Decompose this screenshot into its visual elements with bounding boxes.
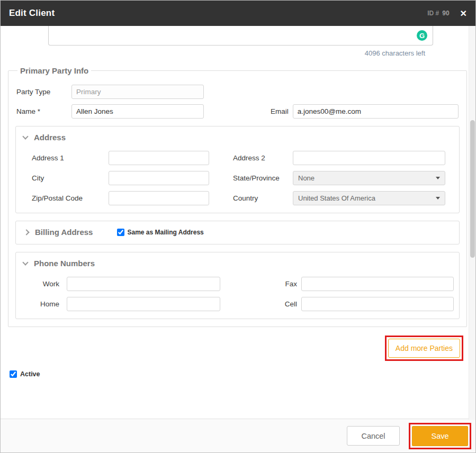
id-label: ID # (427, 10, 439, 17)
active-checkbox[interactable] (10, 370, 17, 378)
grammarly-icon[interactable]: G (417, 30, 427, 41)
zip-label: Zip/Postal Code (32, 194, 109, 202)
id-value: 90 (442, 10, 449, 17)
country-label: Country (233, 194, 293, 202)
zip-input[interactable] (109, 191, 209, 205)
address1-input[interactable] (109, 151, 209, 165)
notes-textarea[interactable]: G (48, 26, 433, 46)
close-icon[interactable]: ✕ (460, 8, 467, 19)
same-as-mailing-checkbox[interactable] (117, 229, 124, 236)
fax-input[interactable] (301, 277, 454, 291)
billing-address-toggle[interactable]: Billing Address Same as Mailing Address (21, 225, 454, 240)
modal-body: G 4096 characters left Primary Party Inf… (1, 26, 470, 420)
phone-numbers-section: Phone Numbers Work Fax Home Cell (15, 252, 460, 319)
chevron-down-icon (22, 133, 28, 139)
annotation-highlight-box: Save (409, 423, 471, 449)
phone-row-1: Work Fax (25, 277, 454, 291)
billing-address-title: Billing Address (35, 228, 93, 237)
address-row-2: City State/Province None (32, 171, 454, 185)
phone-numbers-toggle[interactable]: Phone Numbers (21, 257, 454, 271)
city-label: City (32, 174, 109, 182)
add-more-parties-button[interactable]: Add more Parties (388, 339, 460, 358)
cancel-button[interactable]: Cancel (347, 426, 400, 446)
name-label: Name * (16, 107, 71, 115)
address-title: Address (34, 133, 66, 142)
save-button[interactable]: Save (412, 426, 468, 446)
add-parties-row: Add more Parties (1, 336, 463, 361)
annotation-highlight-box: Add more Parties (385, 336, 463, 361)
country-select-value: United States Of America (298, 194, 375, 202)
work-label: Work (25, 280, 59, 288)
cell-label: Cell (231, 300, 297, 308)
header-right: ID # 90 ✕ (427, 8, 467, 19)
state-label: State/Province (233, 174, 293, 182)
phone-row-2: Home Cell (25, 297, 454, 311)
modal-footer: Cancel Save (1, 419, 475, 452)
home-label: Home (25, 300, 59, 308)
party-type-input (71, 85, 204, 99)
chevron-down-icon (22, 259, 28, 265)
billing-address-section: Billing Address Same as Mailing Address (15, 221, 460, 244)
phone-numbers-title: Phone Numbers (34, 259, 95, 268)
fax-label: Fax (231, 280, 297, 288)
address-section-toggle[interactable]: Address (21, 131, 454, 145)
cell-phone-input[interactable] (301, 297, 454, 311)
state-select[interactable]: None (293, 171, 445, 185)
address-row-1: Address 1 Address 2 (32, 151, 454, 165)
characters-left-text: 4096 characters left (1, 49, 425, 57)
scrollbar-thumb[interactable] (470, 120, 475, 258)
party-type-label: Party Type (16, 88, 71, 96)
dropdown-caret-icon (436, 197, 440, 200)
page-title: Edit Client (9, 8, 55, 19)
work-phone-input[interactable] (67, 277, 220, 291)
chevron-right-icon (23, 229, 29, 235)
city-input[interactable] (109, 171, 209, 185)
primary-party-info-legend: Primary Party Info (17, 66, 91, 75)
party-type-row: Party Type (16, 85, 459, 99)
active-row: Active (10, 370, 470, 378)
country-select[interactable]: United States Of America (293, 191, 445, 205)
address2-label: Address 2 (233, 154, 293, 162)
primary-party-info-section: Primary Party Info Party Type Name * Ema… (8, 66, 467, 327)
email-label: Email (271, 107, 289, 115)
name-input[interactable] (71, 104, 204, 119)
state-select-value: None (298, 174, 315, 182)
active-label: Active (20, 370, 40, 378)
address1-label: Address 1 (32, 154, 109, 162)
dropdown-caret-icon (436, 177, 440, 179)
home-phone-input[interactable] (67, 297, 220, 311)
vertical-scrollbar[interactable] (469, 26, 475, 420)
same-as-mailing-label: Same as Mailing Address (127, 229, 203, 236)
address-section: Address Address 1 Address 2 City State/P… (15, 126, 460, 213)
address-row-3: Zip/Postal Code Country United States Of… (32, 191, 454, 205)
address2-input[interactable] (293, 151, 445, 165)
modal-header: Edit Client ID # 90 ✕ (1, 1, 475, 26)
email-input[interactable] (293, 104, 459, 119)
same-as-mailing-row: Same as Mailing Address (117, 229, 203, 236)
name-email-row: Name * Email (16, 104, 459, 119)
